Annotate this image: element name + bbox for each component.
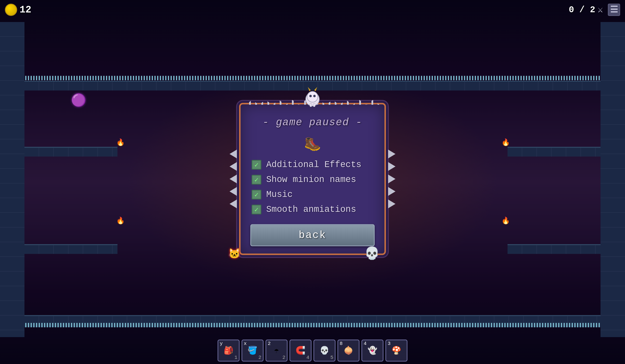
- hotbar-icon-4: 🧲: [296, 346, 305, 355]
- svg-marker-4: [308, 87, 311, 91]
- gold-amount: 12: [20, 4, 31, 15]
- menu-icon[interactable]: ☰: [608, 4, 620, 16]
- spike-r-2: [388, 162, 395, 171]
- hotbar-slot-5[interactable]: 💀 5: [313, 339, 336, 362]
- spike-r-1: [388, 150, 395, 158]
- modal-icon-row: 🥾: [250, 136, 375, 152]
- bottom-skull: 💀: [364, 246, 379, 261]
- svg-point-2: [309, 95, 312, 97]
- option-label-additional-effects: Additional Effects: [266, 160, 361, 170]
- hotbar-icon-8: 🍄: [392, 346, 401, 355]
- torch-left-1: [118, 142, 122, 152]
- gold-display: 12: [5, 4, 31, 16]
- score-value: 0 / 2: [569, 5, 595, 15]
- checkbox-music[interactable]: [251, 190, 261, 199]
- checkbox-smooth-animations[interactable]: [251, 205, 261, 214]
- spike-1: [230, 150, 237, 158]
- modal-title: - game paused -: [250, 117, 375, 128]
- hotbar-icon-1: 🎒: [224, 346, 233, 355]
- hotbar-slot-2[interactable]: 🪣 x 2: [242, 339, 264, 362]
- option-label-music: Music: [266, 190, 293, 200]
- svg-marker-5: [314, 87, 317, 91]
- right-spikes: [388, 150, 395, 209]
- hotbar-num-2: 2: [258, 355, 261, 360]
- score-icon: ⚔: [597, 4, 603, 15]
- hotbar-icon-7: 👻: [368, 346, 377, 355]
- spike-3: [230, 175, 237, 183]
- option-label-smooth-animations: Smooth anmiations: [266, 205, 356, 214]
- spike-r-5: [388, 200, 395, 209]
- hotbar-count-2: x: [244, 341, 247, 346]
- hotbar-num-1: 1: [234, 355, 237, 360]
- hud: 12 0 / 2 ⚔ ☰: [0, 0, 625, 20]
- purple-creature-left: 🟣: [71, 93, 86, 108]
- option-smooth-animations: Smooth anmiations: [250, 202, 375, 217]
- torch-right-2: [503, 220, 507, 230]
- hotbar-icon-6: 🧅: [344, 346, 353, 355]
- boot-icon: 🥾: [304, 136, 321, 152]
- top-dot-strip: [25, 76, 600, 80]
- hotbar-num-5: 5: [330, 355, 333, 360]
- option-label-show-minion-names: Show minion names: [266, 175, 356, 185]
- score-display: 0 / 2 ⚔: [569, 4, 603, 15]
- checkbox-additional-effects[interactable]: [251, 160, 261, 170]
- hotbar-slot-4[interactable]: 🧲 4: [289, 339, 312, 362]
- hotbar-slot-1[interactable]: 🎒 y 1: [218, 339, 240, 362]
- torch-left-2: [118, 220, 122, 230]
- option-music: Music: [250, 187, 375, 202]
- modal-character: [302, 86, 323, 113]
- hotbar-slot-6[interactable]: 🧅 8: [338, 339, 359, 362]
- options-list: Additional Effects Show minion names Mus…: [250, 157, 375, 217]
- hotbar-count-3: 2: [268, 341, 271, 346]
- hotbar-num-3: 2: [282, 355, 285, 360]
- hotbar-slot-7[interactable]: 👻 4: [361, 339, 383, 362]
- hotbar-count-6: 8: [340, 341, 343, 346]
- cat-decoration: 🐱: [228, 248, 241, 260]
- spike-r-4: [388, 187, 395, 196]
- hotbar-icon-5: 💀: [320, 346, 329, 355]
- hotbar-num-4: 4: [306, 355, 309, 360]
- spike-5: [230, 200, 237, 209]
- hud-right: 0 / 2 ⚔ ☰: [569, 4, 620, 16]
- hotbar-slot-8[interactable]: 🍄 3: [385, 339, 407, 362]
- left-spikes: [230, 150, 237, 209]
- bottom-dot-strip: [25, 323, 600, 327]
- hotbar-count-8: 3: [388, 341, 391, 346]
- hotbar-icon-2: 🪣: [248, 346, 257, 355]
- svg-point-1: [307, 91, 318, 102]
- spike-r-3: [388, 175, 395, 183]
- checkbox-show-minion-names[interactable]: [251, 175, 261, 184]
- svg-rect-7: [313, 103, 315, 107]
- spike-4: [230, 187, 237, 196]
- gold-coin-icon: [5, 4, 17, 16]
- hotbar: 🎒 y 1 🪣 x 2 ☂ 2 2 🧲 4 💀 5 🧅 8 👻 4 🍄 3: [0, 337, 625, 364]
- option-show-minion-names: Show minion names: [250, 172, 375, 187]
- svg-rect-6: [310, 103, 312, 107]
- back-button[interactable]: back: [250, 224, 375, 246]
- svg-point-3: [313, 95, 316, 97]
- hotbar-icon-3: ☂: [274, 346, 279, 355]
- hotbar-slot-3[interactable]: ☂ 2 2: [266, 339, 287, 362]
- spike-2: [230, 162, 237, 171]
- modal-frame: - game paused - 🥾 Additional Effects Sho…: [239, 103, 386, 255]
- pause-modal: - game paused - 🥾 Additional Effects Sho…: [239, 103, 386, 255]
- option-additional-effects: Additional Effects: [250, 157, 375, 172]
- hotbar-count-1: y: [220, 341, 223, 346]
- hotbar-count-7: 4: [364, 341, 367, 346]
- torch-right-1: [503, 142, 507, 152]
